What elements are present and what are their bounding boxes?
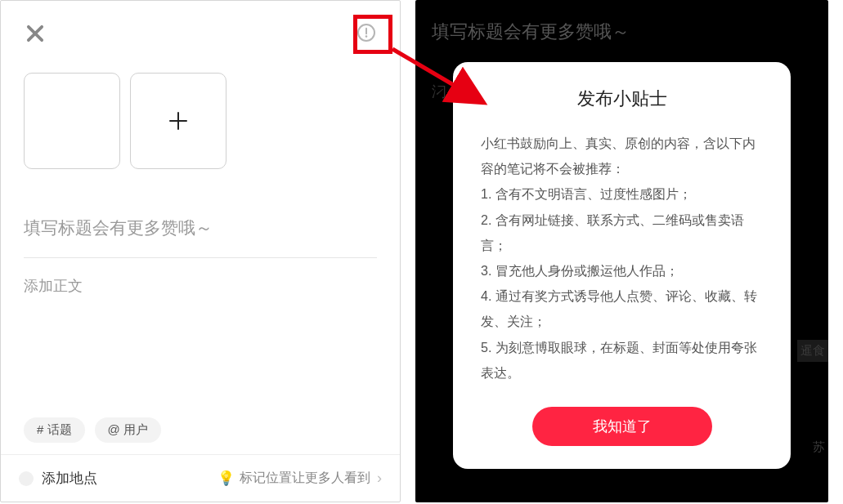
modal-ok-button[interactable]: 我知道了 xyxy=(532,407,712,446)
modal-title: 发布小贴士 xyxy=(481,87,763,111)
modal-intro: 小红书鼓励向上、真实、原创的内容，含以下内容的笔记将不会被推荐： xyxy=(481,131,763,181)
topic-chip[interactable]: # 话题 xyxy=(24,417,85,443)
title-divider xyxy=(24,257,377,258)
plus-icon xyxy=(166,109,191,133)
mention-user-chip[interactable]: @ 用户 xyxy=(95,417,161,443)
body-input[interactable]: 添加正文 xyxy=(24,276,377,296)
image-slot-1[interactable] xyxy=(24,73,120,169)
location-row[interactable]: 添加地点 💡 标记位置让更多人看到 › xyxy=(1,454,400,502)
add-location-label: 添加地点 xyxy=(19,469,97,488)
add-location-text: 添加地点 xyxy=(42,469,97,488)
close-icon[interactable] xyxy=(24,22,47,45)
bg-title-text: 填写标题会有更多赞哦～ xyxy=(432,20,630,44)
title-input[interactable]: 填写标题会有更多赞哦～ xyxy=(24,216,377,239)
modal-body: 小红书鼓励向上、真实、原创的内容，含以下内容的笔记将不会被推荐： 1. 含有不文… xyxy=(481,131,763,386)
modal-rule-1: 1. 含有不文明语言、过度性感图片； xyxy=(481,181,763,207)
image-row xyxy=(24,73,377,169)
modal-rule-4: 4. 通过有奖方式诱导他人点赞、评论、收藏、转发、关注； xyxy=(481,283,763,334)
svg-line-3 xyxy=(392,49,484,103)
compose-top-bar xyxy=(24,22,377,56)
add-image-button[interactable] xyxy=(130,73,226,169)
modal-rule-3: 3. 冒充他人身份或搬运他人作品； xyxy=(481,258,763,283)
lightbulb-icon: 💡 xyxy=(217,470,235,487)
location-icon xyxy=(19,471,34,486)
annotation-arrow xyxy=(388,46,502,119)
tag-button-row: # 话题 @ 用户 xyxy=(24,417,161,443)
compose-panel: 填写标题会有更多赞哦～ 添加正文 # 话题 @ 用户 添加地点 💡 标记位置让更… xyxy=(0,0,401,502)
chevron-right-icon: › xyxy=(377,470,382,487)
location-hint-text: 标记位置让更多人看到 xyxy=(240,470,370,487)
bg-side-text-2: 苏 xyxy=(809,436,828,458)
annotation-highlight-box xyxy=(353,15,392,54)
modal-rule-5: 5. 为刻意博取眼球，在标题、封面等处使用夸张表达。 xyxy=(481,335,763,386)
bg-side-text-1: 暹食 xyxy=(797,340,828,362)
publish-tips-modal: 发布小贴士 小红书鼓励向上、真实、原创的内容，含以下内容的笔记将不会被推荐： 1… xyxy=(453,62,791,469)
modal-rule-2: 2. 含有网址链接、联系方式、二维码或售卖语言； xyxy=(481,207,763,258)
location-hint: 💡 标记位置让更多人看到 › xyxy=(217,470,382,487)
